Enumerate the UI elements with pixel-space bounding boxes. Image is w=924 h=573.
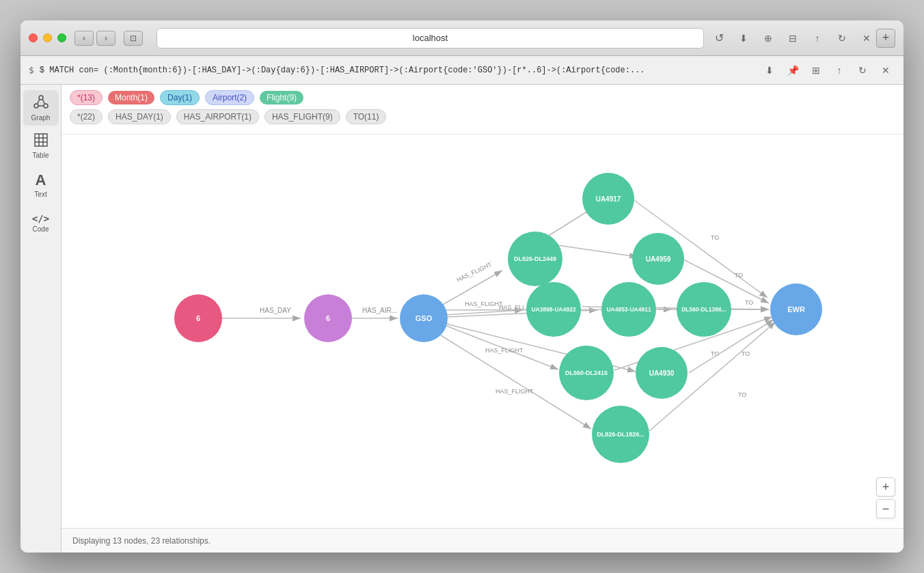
tag-has-flight[interactable]: HAS_FLIGHT(9) (264, 109, 340, 124)
address-bar[interactable]: localhost (157, 28, 704, 48)
tag-to[interactable]: TO(11) (346, 109, 387, 124)
node-day6[interactable]: 6 (304, 294, 352, 342)
sidebar-text-label: Text (34, 191, 46, 198)
table-icon (34, 133, 48, 150)
query-close-button[interactable]: ✕ (876, 63, 895, 78)
back-button[interactable]: ‹ (74, 31, 94, 46)
download-button[interactable]: ⬇ (734, 31, 753, 46)
svg-point-2 (44, 104, 48, 108)
edge-label-hf2: HAS_FLIGHT (465, 301, 503, 307)
minimize-button[interactable] (43, 33, 52, 42)
sidebar-item-text[interactable]: A Text (23, 167, 59, 202)
edge-label-to5: TO (742, 350, 750, 357)
refresh-button[interactable]: ↻ (832, 31, 852, 46)
edge-label-hf1: HAS_FLIGHT (456, 261, 493, 283)
sidebar-item-table[interactable]: Table (23, 128, 59, 164)
querybar: $ $ MATCH con= (:Month{month:6})-[:HAS_D… (21, 56, 903, 85)
node-ua3868-ua4922[interactable]: UA3868-UA4922 (526, 282, 581, 337)
forward-button[interactable]: › (96, 31, 116, 46)
node-ua4853-ua4911[interactable]: UA4853-UA4911 (601, 282, 656, 337)
zoom-controls: + − (876, 477, 895, 518)
close-tab-button[interactable]: ✕ (857, 31, 876, 46)
svg-line-21 (557, 245, 638, 257)
zoom-in-button[interactable]: + (876, 477, 895, 497)
nav-buttons: ‹ › (74, 31, 116, 46)
sidebar-item-graph[interactable]: Graph (23, 90, 59, 126)
pin-button[interactable]: ⊕ (759, 31, 778, 46)
node-gso[interactable]: GSO (400, 294, 448, 342)
address-text: localhost (413, 33, 448, 43)
edge-label-hf4: HAS_FLIGHT (485, 347, 524, 354)
tag-airport2[interactable]: Airport(2) (205, 90, 254, 105)
main-content: Graph Table A Text </ (21, 85, 903, 553)
node-dl560-dl1386[interactable]: DL560-DL1386... (677, 282, 731, 337)
traffic-lights (29, 33, 66, 42)
svg-point-40 (770, 283, 822, 335)
svg-point-34 (508, 232, 562, 286)
sidebar-code-label: Code (33, 225, 49, 233)
query-text[interactable]: $ MATCH con= (:Month{month:6})-[:HAS_DAY… (40, 66, 755, 75)
svg-line-3 (37, 99, 40, 104)
code-icon: </> (32, 213, 49, 224)
tag-day1[interactable]: Day(1) (160, 90, 200, 105)
split-button[interactable]: ⊟ (783, 31, 802, 46)
query-refresh-button[interactable]: ↻ (853, 63, 872, 78)
text-icon: A (36, 171, 46, 189)
query-up-button[interactable]: ↑ (830, 63, 849, 78)
query-split-button[interactable]: ⊞ (806, 63, 826, 78)
tags-row-2: *(22) HAS_DAY(1) HAS_AIRPORT(1) HAS_FLIG… (70, 109, 895, 124)
svg-point-41 (559, 346, 614, 400)
edge-label-hf5: HAS_FLIGHT (495, 388, 534, 395)
graph-view[interactable]: *(13) Month(1) Day(1) Airport(2) Flight(… (62, 85, 903, 553)
tag-month1[interactable]: Month(1) (108, 91, 154, 104)
edge-label-to6: TO (738, 391, 746, 398)
status-text: Displaying 13 nodes, 23 relationships. (72, 536, 210, 546)
node-dl560-dl2415[interactable]: DL560-DL2415 (559, 346, 614, 400)
node-ua4917[interactable]: UA4917 (582, 173, 634, 225)
tag-has-airport[interactable]: HAS_AIRPORT(1) (176, 109, 259, 124)
svg-point-42 (636, 347, 688, 399)
node-ua4959[interactable]: UA4959 (632, 233, 684, 285)
node-month6[interactable]: 6 (174, 294, 222, 342)
sidebar-graph-label: Graph (31, 114, 51, 122)
svg-point-35 (582, 173, 634, 225)
query-pin-button[interactable]: 📌 (783, 63, 802, 78)
edge-label-to3: TO (745, 299, 753, 306)
reload-button[interactable]: ↺ (709, 31, 729, 46)
tags-bar: *(13) Month(1) Day(1) Airport(2) Flight(… (62, 85, 903, 135)
edge-label-to2: TO (735, 272, 743, 279)
node-ua4930[interactable]: UA4930 (636, 347, 688, 399)
svg-point-33 (400, 294, 448, 342)
status-bar: Displaying 13 nodes, 23 relationships. (62, 528, 903, 553)
edge-label-has-airport: HAS_AIR... (362, 307, 397, 314)
sidebar: Graph Table A Text </ (21, 85, 62, 553)
query-download-button[interactable]: ⬇ (760, 63, 779, 78)
new-tab-button[interactable]: + (876, 29, 895, 48)
close-button[interactable] (29, 33, 38, 42)
node-dl826-dl2449[interactable]: DL826-DL2449 (508, 232, 562, 286)
graph-svg[interactable]: HAS_DAY HAS_AIR... HAS_FLIGHT HAS_FLIGHT (62, 134, 903, 525)
svg-point-38 (601, 282, 656, 337)
maximize-button[interactable] (57, 33, 66, 42)
zoom-out-button[interactable]: − (876, 499, 895, 518)
svg-line-4 (42, 99, 45, 104)
query-actions: ⬇ 📌 ⊞ ↑ ↻ ✕ (760, 63, 895, 78)
svg-point-43 (592, 406, 649, 463)
svg-point-39 (677, 282, 731, 337)
sidebar-table-label: Table (33, 152, 49, 159)
node-ewr[interactable]: EWR (770, 283, 822, 335)
titlebar: ‹ › ⊡ localhost ↺ ⬇ ⊕ ⊟ ↑ ↻ ✕ + (21, 20, 903, 56)
tag-has-day[interactable]: HAS_DAY(1) (108, 109, 171, 124)
tag-asterisk13[interactable]: *(13) (70, 90, 103, 105)
tag-asterisk22[interactable]: *(22) (70, 109, 103, 124)
sidebar-item-code[interactable]: </> Code (23, 205, 59, 240)
tags-row-1: *(13) Month(1) Day(1) Airport(2) Flight(… (70, 90, 895, 105)
tag-flight9[interactable]: Flight(9) (260, 91, 303, 104)
svg-point-32 (304, 294, 352, 342)
node-dl826-dl1826[interactable]: DL826-DL1826... (592, 406, 649, 463)
svg-point-31 (174, 294, 222, 342)
prev-button[interactable]: ↑ (808, 31, 827, 46)
svg-point-37 (526, 282, 581, 337)
svg-point-1 (34, 104, 38, 108)
sidebar-toggle-button[interactable]: ⊡ (124, 31, 143, 46)
